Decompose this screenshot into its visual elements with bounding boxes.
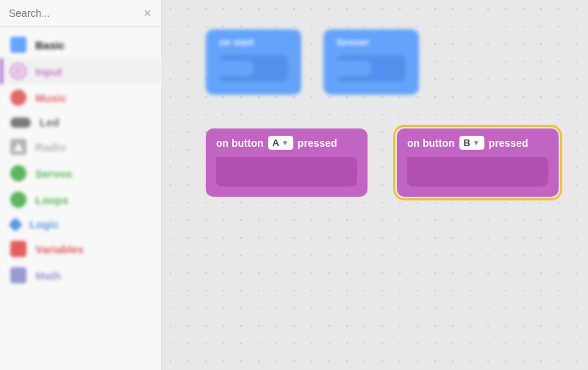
sidebar-item-led[interactable]: Led: [0, 111, 161, 134]
main-canvas: on start forever on button A ▼ pressed: [162, 0, 588, 370]
variables-icon: [10, 241, 26, 257]
svg-point-1: [17, 70, 20, 73]
sidebar-item-label: Input: [35, 65, 62, 78]
sidebar-item-variables[interactable]: Variables: [0, 236, 161, 262]
sidebar-item-math[interactable]: Math: [0, 262, 161, 289]
loops-icon: [10, 192, 26, 208]
search-input[interactable]: [9, 7, 137, 19]
sidebar-item-input[interactable]: Input: [0, 58, 161, 84]
sidebar: ✕ Basic Input Music Led: [0, 0, 162, 370]
sidebar-item-label: Math: [35, 269, 61, 282]
sidebar-item-label: Radio: [35, 141, 66, 153]
block-a-body: [216, 157, 357, 186]
search-icon[interactable]: ✕: [143, 7, 152, 19]
block-b-prefix: on button: [407, 137, 455, 149]
sidebar-item-radio[interactable]: Radio: [0, 134, 161, 160]
sidebar-item-servos[interactable]: Servos: [0, 160, 161, 186]
puzzle-notch-svg: [216, 157, 275, 184]
block-b-value: B: [464, 137, 470, 148]
dropdown-arrow-icon: ▼: [282, 139, 289, 147]
block-b-suffix: pressed: [489, 137, 528, 149]
sidebar-item-label: Led: [40, 116, 60, 128]
sidebar-item-music[interactable]: Music: [0, 84, 161, 111]
block-b-dropdown[interactable]: B ▼: [459, 136, 484, 150]
block-a-value: A: [273, 137, 279, 148]
music-icon: [10, 90, 26, 106]
radio-icon: [10, 139, 26, 155]
led-icon: [10, 117, 31, 128]
sidebar-item-label: Servos: [35, 167, 72, 180]
search-bar: ✕: [0, 0, 161, 27]
logic-icon: [8, 217, 23, 232]
block-button-b[interactable]: on button B ▼ pressed: [397, 128, 559, 197]
sidebar-item-label: Logic: [29, 218, 59, 231]
math-icon: [10, 267, 26, 283]
puzzle-notch-b-svg: [407, 157, 466, 184]
block-a-prefix: on button: [216, 137, 264, 149]
block-a-suffix: pressed: [298, 137, 337, 149]
sidebar-item-loops[interactable]: Loops: [0, 186, 161, 213]
sidebar-item-label: Variables: [35, 243, 84, 255]
sidebar-item-logic[interactable]: Logic: [0, 213, 161, 236]
dropdown-arrow-b-icon: ▼: [473, 139, 480, 147]
input-icon: [10, 63, 26, 79]
block-forever: forever: [323, 29, 419, 95]
sidebar-item-basic[interactable]: Basic: [0, 32, 161, 58]
block-on-start: on start: [206, 29, 301, 95]
sidebar-item-label: Music: [35, 92, 67, 104]
sidebar-item-label: Basic: [35, 39, 65, 51]
block-button-a[interactable]: on button A ▼ pressed: [206, 128, 368, 197]
block-b-body: [407, 157, 548, 186]
sidebar-item-label: Loops: [35, 194, 68, 206]
block-a-dropdown[interactable]: A ▼: [268, 136, 293, 150]
servos-icon: [10, 165, 26, 181]
sidebar-items: Basic Input Music Led: [0, 27, 161, 370]
svg-marker-2: [14, 142, 23, 151]
basic-icon: [10, 37, 26, 53]
